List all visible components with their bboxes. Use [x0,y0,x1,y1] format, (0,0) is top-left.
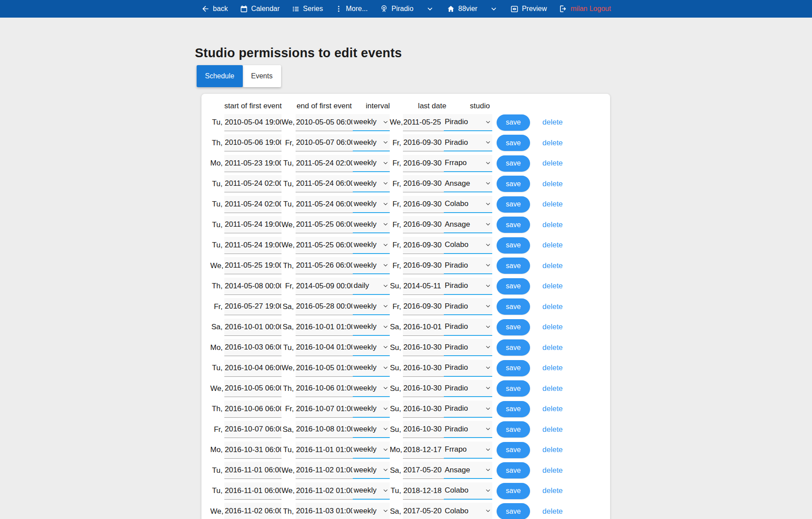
delete-link[interactable]: delete [542,466,563,475]
studio-select[interactable]: Piradio [444,278,492,295]
delete-link[interactable]: delete [542,261,563,270]
last-date-input[interactable] [403,298,444,315]
studio-select[interactable]: Ansage [444,175,492,192]
delete-link[interactable]: delete [542,200,563,209]
station-chevron-down-icon[interactable] [490,5,497,13]
delete-link[interactable]: delete [542,405,563,413]
start-datetime-input[interactable] [224,503,282,519]
nav-piradio[interactable]: Piradio [380,4,413,13]
save-button[interactable]: save [497,483,530,499]
save-button[interactable]: save [497,114,530,131]
start-datetime-input[interactable] [224,216,282,233]
last-date-input[interactable] [403,360,444,377]
studio-select[interactable]: Piradio [444,360,492,377]
start-datetime-input[interactable] [224,257,282,274]
last-date-input[interactable] [403,216,444,233]
last-date-input[interactable] [403,442,444,459]
start-datetime-input[interactable] [224,237,282,254]
delete-link[interactable]: delete [542,507,563,516]
interval-select[interactable]: weekly [353,114,390,131]
nav-88vier[interactable]: 88vier [446,4,478,13]
nav-logout[interactable]: milan Logout [559,4,611,13]
delete-link[interactable]: delete [542,139,563,147]
studio-select[interactable]: Piradio [444,298,492,315]
interval-select[interactable]: weekly [353,175,390,192]
studio-select[interactable]: Piradio [444,257,492,274]
studio-select[interactable]: Colabo [444,503,492,519]
end-datetime-input[interactable] [296,380,353,397]
save-button[interactable]: save [497,176,530,192]
interval-select[interactable]: weekly [353,237,390,254]
delete-link[interactable]: delete [542,486,563,495]
delete-link[interactable]: delete [542,445,563,454]
start-datetime-input[interactable] [224,196,282,213]
end-datetime-input[interactable] [296,482,353,500]
studio-select[interactable]: Ansage [444,216,492,233]
delete-link[interactable]: delete [542,241,563,250]
last-date-input[interactable] [403,482,444,500]
last-date-input[interactable] [403,114,444,131]
end-datetime-input[interactable] [296,339,353,356]
last-date-input[interactable] [403,278,444,295]
studio-select[interactable]: Frrapo [444,442,492,459]
studio-select[interactable]: Colabo [444,196,492,213]
save-button[interactable]: save [497,258,530,274]
studio-select[interactable]: Colabo [444,237,492,254]
interval-select[interactable]: weekly [353,462,390,479]
interval-select[interactable]: weekly [353,339,390,356]
start-datetime-input[interactable] [224,155,282,172]
studio-select[interactable]: Piradio [444,114,492,131]
last-date-input[interactable] [403,257,444,274]
studio-select[interactable]: Frrapo [444,155,492,172]
save-button[interactable]: save [497,339,530,356]
interval-select[interactable]: weekly [353,216,390,233]
tab-schedule[interactable]: Schedule [197,65,243,87]
last-date-input[interactable] [403,462,444,479]
interval-select[interactable]: daily [353,278,390,295]
save-button[interactable]: save [497,237,530,254]
start-datetime-input[interactable] [224,401,282,418]
end-datetime-input[interactable] [296,175,353,192]
save-button[interactable]: save [497,421,530,438]
delete-link[interactable]: delete [542,221,563,229]
end-datetime-input[interactable] [296,401,353,418]
studio-select[interactable]: Piradio [444,421,492,438]
end-datetime-input[interactable] [296,114,353,131]
interval-select[interactable]: weekly [353,155,390,172]
interval-select[interactable]: weekly [353,134,390,151]
end-datetime-input[interactable] [296,462,353,479]
end-datetime-input[interactable] [296,237,353,254]
start-datetime-input[interactable] [224,319,282,336]
last-date-input[interactable] [403,503,444,519]
save-button[interactable]: save [497,196,530,213]
studio-select[interactable]: Piradio [444,339,492,356]
end-datetime-input[interactable] [296,278,353,295]
interval-select[interactable]: weekly [353,380,390,397]
last-date-input[interactable] [403,175,444,192]
end-datetime-input[interactable] [296,155,353,172]
start-datetime-input[interactable] [224,442,282,459]
nav-more[interactable]: More... [335,5,368,13]
interval-select[interactable]: weekly [353,257,390,274]
start-datetime-input[interactable] [224,278,282,295]
last-date-input[interactable] [403,134,444,151]
delete-link[interactable]: delete [542,180,563,188]
interval-select[interactable]: weekly [353,482,390,500]
delete-link[interactable]: delete [542,425,563,434]
last-date-input[interactable] [403,155,444,172]
last-date-input[interactable] [403,237,444,254]
piradio-chevron-down-icon[interactable] [426,5,434,13]
save-button[interactable]: save [497,217,530,233]
last-date-input[interactable] [403,339,444,356]
start-datetime-input[interactable] [224,360,282,377]
last-date-input[interactable] [403,380,444,397]
save-button[interactable]: save [497,442,530,458]
end-datetime-input[interactable] [296,134,353,151]
start-datetime-input[interactable] [224,298,282,315]
interval-select[interactable]: weekly [353,401,390,418]
nav-back[interactable]: back [201,4,228,13]
save-button[interactable]: save [497,503,530,519]
last-date-input[interactable] [403,319,444,336]
delete-link[interactable]: delete [542,323,563,331]
delete-link[interactable]: delete [542,343,563,352]
